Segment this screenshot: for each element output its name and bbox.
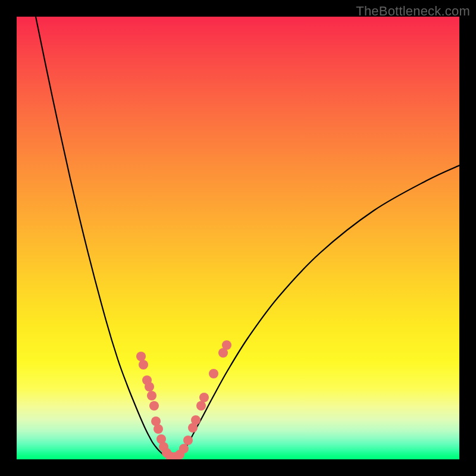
gradient-fill bbox=[17, 17, 459, 459]
plot-frame bbox=[17, 17, 459, 459]
watermark-text: TheBottleneck.com bbox=[356, 4, 470, 19]
heatmap-gradient bbox=[17, 17, 459, 459]
